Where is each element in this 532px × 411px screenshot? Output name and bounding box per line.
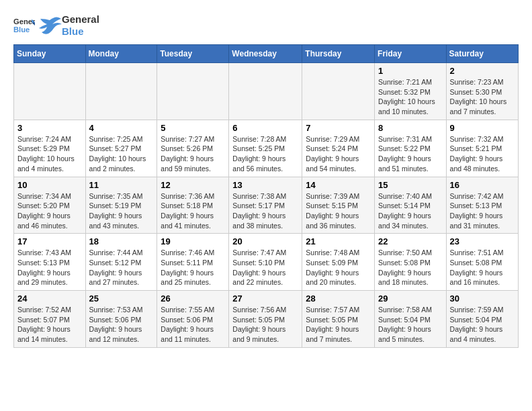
day-info: Sunrise: 7:27 AMSunset: 5:26 PMDaylight:… — [161, 134, 225, 174]
day-number: 16 — [450, 180, 515, 190]
calendar-cell — [302, 63, 375, 120]
calendar-cell: 25Sunrise: 7:53 AMSunset: 5:06 PMDayligh… — [85, 291, 157, 348]
day-number: 30 — [450, 293, 515, 304]
day-info: Sunrise: 7:52 AMSunset: 5:07 PMDaylight:… — [17, 305, 82, 345]
calendar-cell: 26Sunrise: 7:55 AMSunset: 5:06 PMDayligh… — [157, 291, 229, 348]
calendar-cell: 28Sunrise: 7:57 AMSunset: 5:05 PMDayligh… — [302, 291, 375, 348]
calendar-cell: 17Sunrise: 7:43 AMSunset: 5:13 PMDayligh… — [14, 234, 86, 291]
calendar-week-3: 10Sunrise: 7:34 AMSunset: 5:20 PMDayligh… — [14, 177, 519, 234]
calendar-cell: 15Sunrise: 7:40 AMSunset: 5:14 PMDayligh… — [375, 177, 447, 234]
day-info: Sunrise: 7:47 AMSunset: 5:10 PMDaylight:… — [232, 248, 298, 287]
day-number: 5 — [161, 123, 225, 133]
calendar-week-5: 24Sunrise: 7:52 AMSunset: 5:07 PMDayligh… — [14, 291, 519, 348]
day-info: Sunrise: 7:40 AMSunset: 5:14 PMDaylight:… — [378, 191, 443, 231]
logo-blue-text: Blue — [62, 26, 84, 37]
day-number: 20 — [232, 236, 298, 246]
calendar-week-4: 17Sunrise: 7:43 AMSunset: 5:13 PMDayligh… — [14, 234, 519, 291]
calendar-cell: 19Sunrise: 7:46 AMSunset: 5:11 PMDayligh… — [157, 234, 229, 291]
calendar-cell: 14Sunrise: 7:39 AMSunset: 5:15 PMDayligh… — [302, 177, 375, 234]
day-info: Sunrise: 7:38 AMSunset: 5:17 PMDaylight:… — [232, 191, 298, 231]
day-info: Sunrise: 7:50 AMSunset: 5:08 PMDaylight:… — [378, 248, 443, 287]
logo-general-text: General — [62, 13, 99, 25]
day-info: Sunrise: 7:57 AMSunset: 5:05 PMDaylight:… — [306, 305, 371, 345]
logo: General Blue General Blue — [13, 13, 99, 38]
day-number: 10 — [17, 180, 82, 190]
calendar-header: SundayMondayTuesdayWednesdayThursdayFrid… — [14, 45, 519, 63]
day-number: 25 — [89, 293, 154, 304]
day-info: Sunrise: 7:43 AMSunset: 5:13 PMDaylight:… — [17, 248, 82, 287]
day-number: 23 — [450, 236, 515, 246]
page-header: General Blue General Blue — [13, 13, 519, 38]
calendar-cell: 9Sunrise: 7:32 AMSunset: 5:21 PMDaylight… — [446, 120, 518, 177]
calendar-cell: 10Sunrise: 7:34 AMSunset: 5:20 PMDayligh… — [14, 177, 86, 234]
day-number: 13 — [232, 180, 298, 190]
day-info: Sunrise: 7:25 AMSunset: 5:27 PMDaylight:… — [89, 134, 154, 174]
weekday-header-row: SundayMondayTuesdayWednesdayThursdayFrid… — [14, 45, 519, 63]
weekday-header-wednesday: Wednesday — [229, 45, 302, 63]
day-number: 4 — [89, 123, 154, 133]
day-number: 21 — [306, 236, 371, 246]
logo-icon: General Blue — [13, 15, 35, 36]
svg-text:Blue: Blue — [13, 26, 30, 34]
day-info: Sunrise: 7:32 AMSunset: 5:21 PMDaylight:… — [450, 134, 515, 174]
weekday-header-saturday: Saturday — [446, 45, 518, 63]
calendar-cell: 20Sunrise: 7:47 AMSunset: 5:10 PMDayligh… — [229, 234, 302, 291]
day-info: Sunrise: 7:48 AMSunset: 5:09 PMDaylight:… — [306, 248, 371, 287]
day-info: Sunrise: 7:56 AMSunset: 5:05 PMDaylight:… — [232, 305, 298, 345]
calendar-cell: 18Sunrise: 7:44 AMSunset: 5:12 PMDayligh… — [85, 234, 157, 291]
day-number: 24 — [17, 293, 82, 304]
day-number: 11 — [89, 180, 154, 190]
day-info: Sunrise: 7:24 AMSunset: 5:29 PMDaylight:… — [17, 134, 82, 174]
day-info: Sunrise: 7:59 AMSunset: 5:04 PMDaylight:… — [450, 305, 515, 345]
day-number: 12 — [161, 180, 225, 190]
day-info: Sunrise: 7:36 AMSunset: 5:18 PMDaylight:… — [161, 191, 225, 231]
calendar-cell: 12Sunrise: 7:36 AMSunset: 5:18 PMDayligh… — [157, 177, 229, 234]
day-info: Sunrise: 7:31 AMSunset: 5:22 PMDaylight:… — [378, 134, 443, 174]
calendar-cell: 1Sunrise: 7:21 AMSunset: 5:32 PMDaylight… — [375, 63, 447, 120]
day-number: 17 — [17, 236, 82, 246]
day-info: Sunrise: 7:39 AMSunset: 5:15 PMDaylight:… — [306, 191, 371, 231]
calendar-cell: 3Sunrise: 7:24 AMSunset: 5:29 PMDaylight… — [14, 120, 86, 177]
day-number: 7 — [306, 123, 371, 133]
day-info: Sunrise: 7:46 AMSunset: 5:11 PMDaylight:… — [161, 248, 225, 287]
weekday-header-thursday: Thursday — [302, 45, 375, 63]
calendar-cell — [14, 63, 86, 120]
day-number: 14 — [306, 180, 371, 190]
calendar-week-2: 3Sunrise: 7:24 AMSunset: 5:29 PMDaylight… — [14, 120, 519, 177]
calendar-cell — [229, 63, 302, 120]
day-info: Sunrise: 7:44 AMSunset: 5:12 PMDaylight:… — [89, 248, 154, 287]
calendar-cell: 4Sunrise: 7:25 AMSunset: 5:27 PMDaylight… — [85, 120, 157, 177]
calendar-cell: 30Sunrise: 7:59 AMSunset: 5:04 PMDayligh… — [446, 291, 518, 348]
day-info: Sunrise: 7:28 AMSunset: 5:25 PMDaylight:… — [232, 134, 298, 174]
weekday-header-monday: Monday — [85, 45, 157, 63]
calendar-cell: 7Sunrise: 7:29 AMSunset: 5:24 PMDaylight… — [302, 120, 375, 177]
calendar-table: SundayMondayTuesdayWednesdayThursdayFrid… — [13, 44, 519, 348]
calendar-cell: 16Sunrise: 7:42 AMSunset: 5:13 PMDayligh… — [446, 177, 518, 234]
day-number: 27 — [232, 293, 298, 304]
day-info: Sunrise: 7:35 AMSunset: 5:19 PMDaylight:… — [89, 191, 154, 231]
day-number: 2 — [450, 66, 515, 76]
day-info: Sunrise: 7:29 AMSunset: 5:24 PMDaylight:… — [306, 134, 371, 174]
day-info: Sunrise: 7:53 AMSunset: 5:06 PMDaylight:… — [89, 305, 154, 345]
calendar-cell: 23Sunrise: 7:51 AMSunset: 5:08 PMDayligh… — [446, 234, 518, 291]
calendar-cell: 29Sunrise: 7:58 AMSunset: 5:04 PMDayligh… — [375, 291, 447, 348]
day-number: 8 — [378, 123, 443, 133]
day-info: Sunrise: 7:42 AMSunset: 5:13 PMDaylight:… — [450, 191, 515, 231]
day-number: 22 — [378, 236, 443, 246]
day-number: 19 — [161, 236, 225, 246]
day-number: 9 — [450, 123, 515, 133]
day-number: 28 — [306, 293, 371, 304]
day-number: 3 — [17, 123, 82, 133]
day-number: 29 — [378, 293, 443, 304]
logo-bird-icon — [38, 13, 62, 38]
calendar-cell — [85, 63, 157, 120]
calendar-cell: 11Sunrise: 7:35 AMSunset: 5:19 PMDayligh… — [85, 177, 157, 234]
calendar-cell: 24Sunrise: 7:52 AMSunset: 5:07 PMDayligh… — [14, 291, 86, 348]
calendar-cell: 8Sunrise: 7:31 AMSunset: 5:22 PMDaylight… — [375, 120, 447, 177]
calendar-cell: 6Sunrise: 7:28 AMSunset: 5:25 PMDaylight… — [229, 120, 302, 177]
day-number: 26 — [161, 293, 225, 304]
day-number: 1 — [378, 66, 443, 76]
calendar-cell — [157, 63, 229, 120]
calendar-cell: 22Sunrise: 7:50 AMSunset: 5:08 PMDayligh… — [375, 234, 447, 291]
weekday-header-tuesday: Tuesday — [157, 45, 229, 63]
